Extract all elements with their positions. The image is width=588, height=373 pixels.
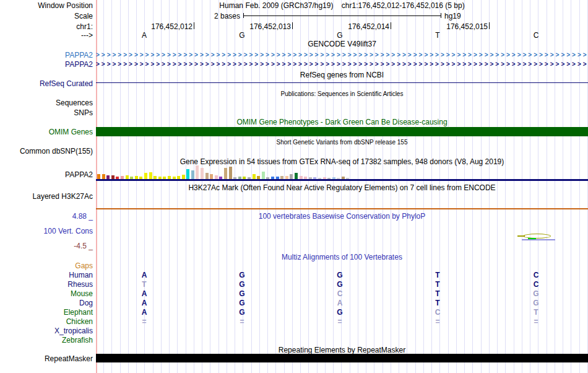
alignment-base: G <box>335 308 345 317</box>
reference-base: A <box>138 31 150 40</box>
dbsnp-title: Short Genetic Variants from dbSNP releas… <box>96 139 588 146</box>
alignment-base: T <box>531 308 541 317</box>
conservation-min: -4.5 _ <box>0 242 93 250</box>
alignment-base: C <box>531 271 541 279</box>
gtex-tissue-bar[interactable] <box>229 167 232 179</box>
gtex-tissue-bar[interactable] <box>196 165 199 179</box>
species-label-zebrafish[interactable]: Zebrafish <box>0 336 93 344</box>
alignment-base: = <box>237 317 247 326</box>
alignment-base: C <box>433 308 443 317</box>
alignment-base: G <box>237 280 247 289</box>
species-label-gaps[interactable]: Gaps <box>0 261 93 270</box>
gtex-tissue-bar[interactable] <box>97 174 100 179</box>
phylop-wiggle-loop <box>523 234 551 239</box>
gtex-tissue-bar[interactable] <box>262 172 265 179</box>
repeatmasker-title: Repeating Elements by RepeatMasker <box>96 346 588 354</box>
gtex-tissue-bar[interactable] <box>253 174 256 179</box>
coordinate-tick <box>489 22 490 29</box>
gencode-transcript-label-1[interactable]: PAPPA2 <box>0 51 93 59</box>
h3k27ac-line[interactable] <box>96 208 588 209</box>
coordinate-label: 176,452,013 <box>223 22 291 31</box>
dbsnp-label[interactable]: Common dbSNP(155) <box>0 147 93 156</box>
gtex-gene-label[interactable]: PAPPA2 <box>0 170 93 179</box>
gtex-tissue-bar[interactable] <box>224 168 227 179</box>
gtex-tissue-bar[interactable] <box>191 170 194 179</box>
alignment-base: G <box>237 308 247 317</box>
repeatmasker-bar[interactable] <box>96 354 588 362</box>
gtex-tissue-bar[interactable] <box>290 174 293 179</box>
alignment-base: C <box>531 280 541 289</box>
gencode-transcript-2[interactable]: >>>>>>>>>>>>>>>>>>>>>>>>>>>>>>>>>>>>>>>>… <box>96 60 588 68</box>
alignment-base: = <box>531 317 541 326</box>
species-label-human[interactable]: Human <box>0 271 93 279</box>
alignment-base: A <box>139 299 149 307</box>
alignment-base: G <box>531 289 541 298</box>
gencode-title: GENCODE V49lift37 <box>96 40 588 48</box>
repeatmasker-label[interactable]: RepeatMasker <box>0 354 93 363</box>
coordinate-tick <box>292 22 293 29</box>
species-label-rhesus[interactable]: Rhesus <box>0 280 93 289</box>
h3k27ac-label[interactable]: Layered H3K27Ac <box>0 192 93 201</box>
coordinate-tick <box>391 22 391 29</box>
gtex-tissue-bar[interactable] <box>182 175 185 179</box>
gtex-bar-chart[interactable] <box>97 165 351 179</box>
gtex-tissue-bar[interactable] <box>102 174 105 179</box>
species-label-elephant[interactable]: Elephant <box>0 308 93 317</box>
refseq-curated-label[interactable]: RefSeq Curated <box>0 79 93 88</box>
omim-genes-label[interactable]: OMIM Genes <box>0 128 93 136</box>
alignment-base: T <box>433 280 443 289</box>
alignment-base: A <box>139 289 149 298</box>
gtex-tissue-bar[interactable] <box>295 173 298 179</box>
coordinate-label: 176,452,012 <box>124 22 192 31</box>
conservation-max: 4.88 _ <box>0 212 93 221</box>
gencode-transcript-label-2[interactable]: PAPPA2 <box>0 60 93 69</box>
reference-base: G <box>236 31 248 40</box>
gencode-transcript-1[interactable]: >>>>>>>>>>>>>>>>>>>>>>>>>>>>>>>>>>>>>>>>… <box>96 51 588 59</box>
alignment-base: = <box>433 317 443 326</box>
alignment-base: A <box>335 299 345 307</box>
refseq-title: RefSeq genes from NCBI <box>96 71 588 79</box>
multiz-title: Multiz Alignments of 100 Vertebrates <box>96 253 588 261</box>
sequences-label[interactable]: Sequences <box>0 99 93 107</box>
direction-label: ---> <box>0 31 93 40</box>
h3k27ac-title: H3K27Ac Mark (Often Found Near Active Re… <box>96 183 588 192</box>
alignment-base: T <box>433 299 443 307</box>
omim-gene-bar[interactable] <box>96 127 588 136</box>
gtex-tissue-bar[interactable] <box>205 173 209 179</box>
conservation-title: 100 vertebrates Basewise Conservation by… <box>96 212 588 221</box>
alignment-base: T <box>139 280 149 289</box>
refseq-line[interactable] <box>96 82 588 83</box>
alignment-base: G <box>335 280 345 289</box>
species-label-dog[interactable]: Dog <box>0 299 93 307</box>
species-label-chicken[interactable]: Chicken <box>0 317 93 326</box>
conservation-label[interactable]: 100 Vert. Cons <box>0 227 93 235</box>
reference-base: C <box>530 31 542 40</box>
scale-ruler <box>243 13 441 18</box>
scale-label: Scale <box>0 12 93 20</box>
alignment-base: T <box>433 271 443 279</box>
snps-label[interactable]: SNPs <box>0 108 93 117</box>
alignment-base: A <box>139 308 149 317</box>
alignment-base: C <box>335 289 345 298</box>
species-label-x_tropicalis[interactable]: X_tropicalis <box>0 327 93 335</box>
alignment-base: G <box>237 289 247 298</box>
alignment-base: G <box>335 271 345 279</box>
gtex-tissue-bar[interactable] <box>201 168 204 179</box>
publications-title: Publications: Sequences in Scientific Ar… <box>96 90 588 97</box>
alignment-base: = <box>335 317 345 326</box>
species-label-mouse[interactable]: Mouse <box>0 289 93 298</box>
alignment-base: G <box>531 299 541 307</box>
window-position-label: Window Position <box>0 1 93 10</box>
gtex-tissue-bar[interactable] <box>144 173 147 179</box>
scale-value: 2 bases <box>96 12 240 20</box>
gtex-tissue-bar[interactable] <box>149 172 152 179</box>
genome-browser: Window Position Human Feb. 2009 (GRCh37/… <box>0 0 588 373</box>
alignment-base: G <box>237 271 247 279</box>
omim-title: OMIM Gene Phenotypes - Dark Green Can Be… <box>96 118 588 126</box>
alignment-base: A <box>139 271 149 279</box>
assembly-position-title: Human Feb. 2009 (GRCh37/hg19) chr1:176,4… <box>96 1 588 10</box>
assembly-name: Human Feb. 2009 (GRCh37/hg19) <box>219 1 333 10</box>
gtex-tissue-bar[interactable] <box>186 169 189 179</box>
gtex-tissue-bar[interactable] <box>210 174 213 179</box>
phylop-wiggle-baseline <box>522 239 555 240</box>
